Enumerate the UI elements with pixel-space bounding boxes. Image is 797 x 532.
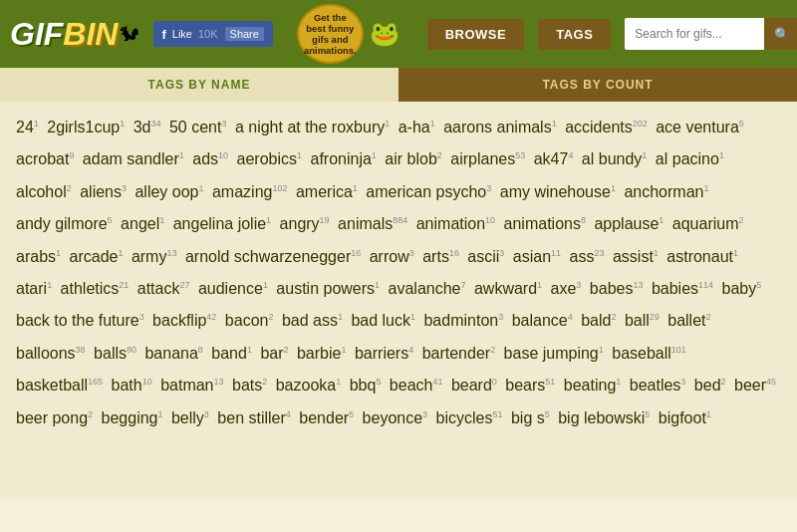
- tag-item[interactable]: anchorman1: [624, 177, 708, 207]
- tag-item[interactable]: america1: [296, 177, 358, 207]
- tag-item[interactable]: amazing102: [212, 177, 288, 207]
- tag-item[interactable]: audience1: [198, 274, 268, 304]
- tag-item[interactable]: aarons animals1: [443, 113, 557, 142]
- tag-item[interactable]: alley oop1: [134, 177, 203, 207]
- tag-item[interactable]: amy winehouse1: [500, 177, 616, 207]
- search-button[interactable]: 🔍: [764, 18, 797, 50]
- tag-item[interactable]: banana8: [144, 339, 202, 369]
- tag-item[interactable]: attack27: [137, 274, 190, 304]
- tag-item[interactable]: andy gilmore5: [16, 209, 113, 239]
- tag-item[interactable]: applause1: [594, 209, 664, 239]
- tag-item[interactable]: bartender2: [422, 339, 496, 369]
- browse-button[interactable]: BROWSE: [427, 19, 525, 50]
- tag-item[interactable]: austin powers1: [276, 274, 380, 304]
- tag-item[interactable]: bbq5: [350, 371, 382, 400]
- tag-item[interactable]: band1: [211, 339, 252, 369]
- tag-item[interactable]: animals884: [338, 209, 407, 239]
- tag-item[interactable]: arabs1: [16, 242, 61, 272]
- tag-item[interactable]: a night at the roxbury1: [235, 113, 390, 142]
- tag-item[interactable]: ballet2: [667, 306, 710, 336]
- tag-item[interactable]: beer pong2: [16, 403, 93, 433]
- tag-item[interactable]: big s5: [511, 403, 550, 433]
- tag-item[interactable]: angry19: [280, 209, 330, 239]
- tag-item[interactable]: backflip42: [152, 306, 216, 336]
- tag-item[interactable]: air blob2: [385, 144, 442, 174]
- tag-item[interactable]: arrow3: [370, 242, 414, 272]
- tag-item[interactable]: al bundy1: [582, 144, 648, 174]
- tag-item[interactable]: badminton3: [423, 306, 503, 336]
- tag-item[interactable]: baseball101: [612, 339, 686, 369]
- tag-item[interactable]: ben stiller4: [217, 403, 291, 433]
- tag-item[interactable]: bazooka1: [276, 371, 342, 400]
- tag-item[interactable]: ads10: [192, 144, 228, 174]
- tag-item[interactable]: adam sandler1: [83, 144, 184, 174]
- tag-item[interactable]: 241: [16, 113, 39, 142]
- tag-item[interactable]: accidents202: [565, 113, 648, 142]
- tag-item[interactable]: airplanes53: [450, 144, 525, 174]
- tag-item[interactable]: 2girls1cup1: [47, 113, 125, 142]
- tag-item[interactable]: 3d34: [133, 113, 161, 142]
- tag-item[interactable]: arcade1: [70, 242, 124, 272]
- tag-item[interactable]: aliens3: [80, 177, 127, 207]
- tag-item[interactable]: bed2: [694, 371, 726, 400]
- tags-button[interactable]: TAGS: [538, 19, 611, 50]
- tag-item[interactable]: baby5: [722, 274, 762, 304]
- tag-item[interactable]: bacon2: [225, 306, 274, 336]
- tag-item[interactable]: bad ass1: [282, 306, 343, 336]
- tag-item[interactable]: barbie1: [297, 339, 347, 369]
- tag-item[interactable]: athletics21: [61, 274, 130, 304]
- tag-item[interactable]: beyonce3: [363, 403, 428, 433]
- tag-item[interactable]: ak474: [534, 144, 574, 174]
- tag-item[interactable]: avalanche7: [389, 274, 466, 304]
- tag-item[interactable]: begging1: [102, 403, 163, 433]
- tag-item[interactable]: ace ventura5: [656, 113, 744, 142]
- tag-item[interactable]: acrobat9: [16, 144, 74, 174]
- tab-tags-by-count[interactable]: TAGS BY COUNT: [398, 68, 797, 102]
- tag-item[interactable]: assist1: [613, 242, 659, 272]
- tag-item[interactable]: bar2: [260, 339, 288, 369]
- tag-item[interactable]: big lebowski5: [558, 403, 650, 433]
- tag-item[interactable]: batman13: [160, 371, 223, 400]
- tag-item[interactable]: al pacino1: [656, 144, 724, 174]
- tag-item[interactable]: bats2: [232, 371, 267, 400]
- tag-item[interactable]: bears51: [505, 371, 555, 400]
- tag-item[interactable]: arts16: [422, 242, 459, 272]
- tag-item[interactable]: beating1: [564, 371, 622, 400]
- tag-item[interactable]: beard0: [451, 371, 497, 400]
- tag-item[interactable]: astronaut1: [666, 242, 738, 272]
- tag-item[interactable]: aquarium2: [672, 209, 744, 239]
- tag-item[interactable]: awkward1: [474, 274, 542, 304]
- tag-item[interactable]: base jumping1: [504, 339, 604, 369]
- tag-item[interactable]: ass23: [570, 242, 605, 272]
- tag-item[interactable]: animation10: [416, 209, 495, 239]
- tag-item[interactable]: alcohol2: [16, 177, 72, 207]
- tag-item[interactable]: atari1: [16, 274, 52, 304]
- tag-item[interactable]: bad luck1: [351, 306, 415, 336]
- tag-item[interactable]: barriers4: [355, 339, 413, 369]
- tag-item[interactable]: aerobics1: [237, 144, 303, 174]
- tag-item[interactable]: bigfoot1: [659, 403, 711, 433]
- tag-item[interactable]: back to the future3: [16, 306, 144, 336]
- tag-item[interactable]: bicycles51: [436, 403, 503, 433]
- tag-item[interactable]: animations8: [504, 209, 586, 239]
- tag-item[interactable]: bath10: [112, 371, 152, 400]
- tab-tags-by-name[interactable]: TAGS BY NAME: [0, 68, 398, 102]
- tag-item[interactable]: axe3: [551, 274, 582, 304]
- tag-item[interactable]: angelina jolie1: [173, 209, 271, 239]
- tag-item[interactable]: babes13: [590, 274, 644, 304]
- tag-item[interactable]: 50 cent3: [169, 113, 227, 142]
- tag-item[interactable]: army13: [132, 242, 177, 272]
- tag-item[interactable]: afroninja1: [310, 144, 376, 174]
- tag-item[interactable]: bald2: [581, 306, 616, 336]
- tag-item[interactable]: arnold schwarzenegger16: [185, 242, 361, 272]
- tag-item[interactable]: ball29: [625, 306, 660, 336]
- like-box[interactable]: f Like 10K Share: [153, 21, 272, 47]
- search-input[interactable]: [625, 18, 764, 50]
- tag-item[interactable]: asian11: [513, 242, 561, 272]
- tag-item[interactable]: beach41: [390, 371, 443, 400]
- tag-item[interactable]: ascii3: [467, 242, 504, 272]
- tag-item[interactable]: a-ha1: [398, 113, 435, 142]
- tag-item[interactable]: angel1: [121, 209, 164, 239]
- tag-item[interactable]: babies114: [652, 274, 713, 304]
- tag-item[interactable]: balloons38: [16, 339, 86, 369]
